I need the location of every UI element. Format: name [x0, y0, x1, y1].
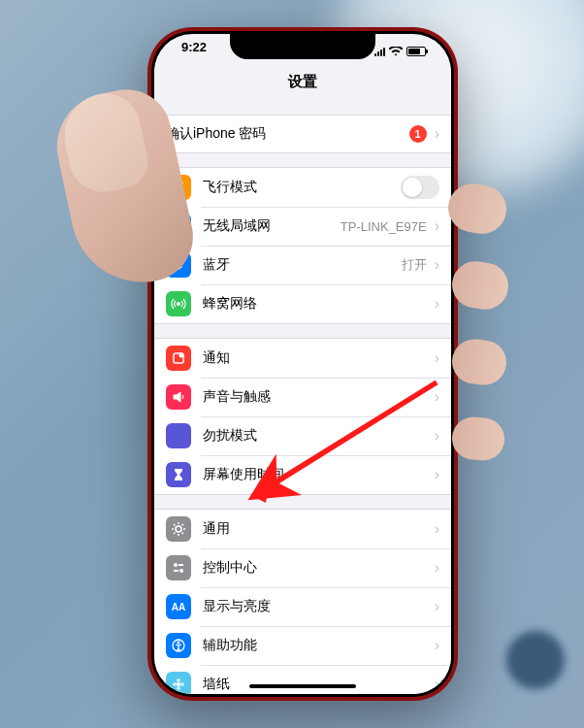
wifi-status-icon: [389, 47, 403, 56]
row-value: TP-LINK_E97E: [341, 219, 427, 234]
hand-finger: [451, 415, 506, 462]
row-control-center[interactable]: 控制中心 ›: [154, 548, 451, 587]
chevron-right-icon: ›: [435, 388, 439, 406]
row-label: 显示与亮度: [203, 598, 431, 615]
bell-icon: [166, 346, 191, 371]
home-indicator[interactable]: [249, 684, 356, 688]
settings-group: 确认iPhone 密码 1 ›: [154, 115, 451, 153]
row-label: 辅助功能: [203, 637, 431, 654]
row-sounds[interactable]: 声音与触感 ›: [154, 378, 451, 416]
flower-icon: [166, 672, 191, 694]
row-cellular[interactable]: 蜂窝网络 ›: [154, 284, 451, 323]
svg-point-3: [176, 526, 181, 532]
settings-group: 飞行模式 无线局域网 TP-LINK_E97E ›: [154, 167, 451, 324]
person-icon: [166, 633, 191, 658]
badge: 1: [409, 125, 427, 143]
hand-finger: [449, 258, 511, 313]
row-label: 勿扰模式: [203, 427, 431, 445]
chevron-right-icon: ›: [435, 559, 439, 577]
row-wallpaper[interactable]: 墙纸 ›: [154, 665, 451, 694]
sliders-icon: [166, 555, 191, 580]
sound-icon: [166, 384, 191, 410]
svg-point-15: [180, 682, 184, 686]
row-accessibility[interactable]: 辅助功能 ›: [154, 626, 451, 665]
chevron-right-icon: ›: [435, 427, 439, 445]
chevron-right-icon: ›: [435, 256, 439, 274]
row-value: 打开: [402, 256, 427, 274]
chevron-right-icon: ›: [435, 520, 439, 538]
status-time: 9:22: [174, 40, 207, 63]
row-label: 通用: [203, 520, 431, 538]
chevron-right-icon: ›: [435, 637, 439, 654]
svg-point-6: [179, 569, 183, 573]
settings-group: 通知 › 声音与触感 › 勿扰模式: [154, 338, 451, 495]
svg-point-4: [174, 563, 178, 567]
chevron-right-icon: ›: [435, 125, 439, 143]
row-label: 蜂窝网络: [203, 295, 431, 313]
row-notifications[interactable]: 通知 ›: [154, 339, 451, 378]
row-label: 声音与触感: [203, 388, 431, 406]
cellular-icon: [166, 291, 191, 316]
row-label: 蓝牙: [203, 256, 402, 274]
row-label: 控制中心: [203, 559, 431, 577]
row-dnd[interactable]: 勿扰模式 ›: [154, 416, 451, 455]
svg-point-14: [173, 682, 177, 686]
svg-point-12: [177, 678, 180, 682]
row-screentime[interactable]: 屏幕使用时间 ›: [154, 455, 451, 494]
svg-point-11: [177, 682, 180, 686]
row-label: 飞行模式: [203, 179, 401, 196]
chevron-right-icon: ›: [435, 349, 439, 367]
svg-point-2: [179, 353, 184, 358]
hand-finger: [450, 337, 509, 387]
aa-icon: AA: [166, 594, 191, 619]
row-label: 确认iPhone 密码: [166, 125, 409, 143]
svg-rect-7: [174, 570, 178, 572]
row-airplane-mode[interactable]: 飞行模式: [154, 168, 451, 207]
row-wifi[interactable]: 无线局域网 TP-LINK_E97E ›: [154, 207, 451, 246]
settings-group: 通用 › 控制中心 › AA 显示与亮度: [154, 509, 451, 694]
svg-rect-5: [178, 564, 183, 566]
chevron-right-icon: ›: [435, 217, 439, 235]
signal-icon: [374, 47, 385, 56]
row-label: 无线局域网: [203, 217, 341, 235]
row-display[interactable]: AA 显示与亮度 ›: [154, 587, 451, 626]
row-label: 屏幕使用时间: [203, 466, 431, 483]
row-bluetooth[interactable]: 蓝牙 打开 ›: [154, 246, 451, 284]
page-title: 设置: [154, 67, 451, 101]
chevron-right-icon: ›: [435, 466, 439, 483]
hourglass-icon: [166, 462, 191, 487]
notch: [230, 34, 375, 59]
moon-icon: [166, 423, 191, 448]
svg-point-0: [177, 302, 180, 306]
svg-point-10: [178, 642, 180, 645]
chevron-right-icon: ›: [435, 598, 439, 615]
toggle-switch[interactable]: [401, 176, 439, 199]
battery-icon: [406, 47, 426, 56]
gear-icon: [166, 516, 191, 542]
chevron-right-icon: ›: [435, 295, 439, 313]
phone-frame: 9:22 设置 确认iPhone 密码 1 ›: [147, 27, 458, 701]
chevron-right-icon: ›: [435, 676, 439, 693]
row-confirm-passcode[interactable]: 确认iPhone 密码 1 ›: [154, 116, 451, 152]
row-general[interactable]: 通用 ›: [154, 510, 451, 548]
svg-point-13: [177, 686, 180, 690]
svg-text:AA: AA: [172, 602, 185, 612]
phone-screen: 9:22 设置 确认iPhone 密码 1 ›: [154, 34, 451, 694]
row-label: 通知: [203, 349, 431, 367]
